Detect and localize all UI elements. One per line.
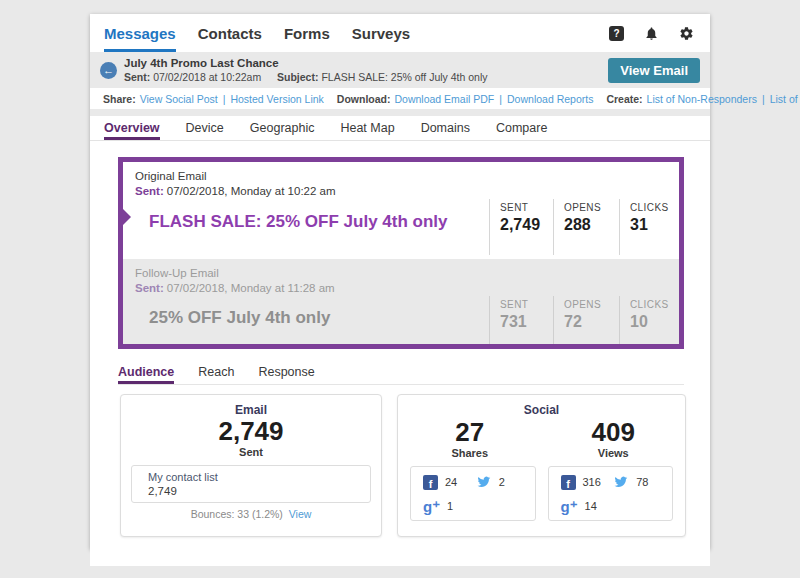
link-download-reports[interactable]: Download Reports xyxy=(507,93,593,105)
email-card-title: Email xyxy=(121,403,381,417)
facebook-icon: f xyxy=(423,475,438,490)
stat-clicks: CLICKS 10 xyxy=(619,296,679,344)
email-sent-count: 2,749 xyxy=(121,417,381,446)
tab-response[interactable]: Response xyxy=(258,361,314,384)
social-shares-stat: 27 Shares xyxy=(398,418,542,459)
app-window: Messages Contacts Forms Surveys ? ← July… xyxy=(90,14,710,549)
nav-icons: ? xyxy=(609,26,694,41)
nav-items: Messages Contacts Forms Surveys xyxy=(104,14,410,52)
settings-gear-icon[interactable] xyxy=(679,26,694,41)
tab-audience[interactable]: Audience xyxy=(118,361,174,384)
google-plus-icon: g⁺ xyxy=(423,499,440,514)
googleplus-shares-count: 1 xyxy=(447,500,453,512)
views-breakdown-box: f 316 78 g⁺ xyxy=(548,466,674,521)
email-stats-card: Email 2,749 Sent My contact list 2,749 B… xyxy=(120,394,382,537)
nav-contacts[interactable]: Contacts xyxy=(198,14,262,52)
shares-label: Shares xyxy=(398,447,542,459)
follow-up-email-sent: Sent:07/02/2018, Monday at 11:28 am xyxy=(135,282,679,294)
subject-value: FLASH SALE: 25% off July 4th only xyxy=(321,71,487,83)
campaign-header-bar: ← July 4th Promo Last Chance Sent: 07/02… xyxy=(90,52,710,88)
tab-overview[interactable]: Overview xyxy=(104,116,160,140)
stat-sent: SENT 731 xyxy=(489,296,553,344)
social-card-title: Social xyxy=(398,403,685,417)
share-label: Share: xyxy=(103,93,136,105)
view-email-button[interactable]: View Email xyxy=(608,58,700,83)
facebook-views-count: 316 xyxy=(583,476,601,488)
share-bar: Share: View Social Post | Hosted Version… xyxy=(90,88,710,109)
social-stats-card: Social 27 Shares 409 Views xyxy=(397,394,686,537)
tab-heat-map[interactable]: Heat Map xyxy=(340,116,394,140)
page-background: Messages Contacts Forms Surveys ? ← July… xyxy=(0,0,800,578)
campaign-info: July 4th Promo Last Chance Sent: 07/02/2… xyxy=(124,56,608,84)
contact-list-name: My contact list xyxy=(148,471,354,483)
overview-content: Original Email Sent:07/02/2018, Monday a… xyxy=(90,157,710,566)
link-list-responders[interactable]: List of Responders xyxy=(770,93,800,105)
top-nav: Messages Contacts Forms Surveys ? xyxy=(90,14,710,52)
contact-list-box: My contact list 2,749 xyxy=(131,465,371,503)
sent-label: Sent: xyxy=(124,71,150,83)
stat-sent: SENT 2,749 xyxy=(489,199,553,255)
bounces-value: 33 (1.2%) xyxy=(237,508,283,520)
shares-breakdown-box: f 24 2 g⁺ 1 xyxy=(410,466,536,521)
campaign-meta: Sent: 07/02/2018 at 10:22am Subject: FLA… xyxy=(124,71,608,84)
views-count: 409 xyxy=(542,418,686,447)
views-label: Views xyxy=(542,447,686,459)
tab-device[interactable]: Device xyxy=(186,116,224,140)
contact-list-count: 2,749 xyxy=(148,485,354,497)
back-arrow-icon[interactable]: ← xyxy=(100,62,117,79)
link-view-social-post[interactable]: View Social Post xyxy=(140,93,218,105)
detail-tabs: Audience Reach Response xyxy=(118,361,684,385)
panel-pointer-icon xyxy=(123,209,131,225)
tab-geographic[interactable]: Geographic xyxy=(250,116,315,140)
google-plus-icon: g⁺ xyxy=(561,499,578,514)
tab-domains[interactable]: Domains xyxy=(421,116,470,140)
follow-up-email-section: Follow-Up Email Sent:07/02/2018, Monday … xyxy=(123,259,679,344)
notifications-bell-icon[interactable] xyxy=(644,26,659,41)
link-download-email-pdf[interactable]: Download Email PDF xyxy=(395,93,495,105)
original-email-stats: SENT 2,749 OPENS 288 CLICKS 31 xyxy=(489,199,679,255)
campaign-title: July 4th Promo Last Chance xyxy=(124,56,608,70)
shares-count: 27 xyxy=(398,418,542,447)
nav-messages[interactable]: Messages xyxy=(104,14,176,52)
tab-compare[interactable]: Compare xyxy=(496,116,547,140)
stat-opens: OPENS 72 xyxy=(553,296,619,344)
nav-surveys[interactable]: Surveys xyxy=(352,14,410,52)
nav-forms[interactable]: Forms xyxy=(284,14,330,52)
googleplus-views-count: 14 xyxy=(585,500,597,512)
report-tabs: Overview Device Geographic Heat Map Doma… xyxy=(90,116,710,141)
subject-label: Subject: xyxy=(277,71,318,83)
tab-reach[interactable]: Reach xyxy=(198,361,234,384)
help-icon[interactable]: ? xyxy=(609,26,624,41)
follow-up-email-heading: Follow-Up Email xyxy=(135,267,679,279)
facebook-icon: f xyxy=(561,475,576,490)
follow-up-email-subject: 25% OFF July 4th only xyxy=(149,308,330,332)
bounces-view-link[interactable]: View xyxy=(289,508,312,520)
bounces-label: Bounces: xyxy=(191,508,235,520)
social-views-stat: 409 Views xyxy=(542,418,686,459)
link-list-non-responders[interactable]: List of Non-Responders xyxy=(647,93,757,105)
bounces-row: Bounces: 33 (1.2%) View xyxy=(121,508,381,520)
download-label: Download: xyxy=(337,93,391,105)
stat-opens: OPENS 288 xyxy=(553,199,619,255)
email-sent-label: Sent xyxy=(121,446,381,458)
divider-strip xyxy=(90,109,710,116)
email-comparison-panel: Original Email Sent:07/02/2018, Monday a… xyxy=(118,157,684,349)
sent-value: 07/02/2018 at 10:22am xyxy=(153,71,261,83)
original-email-subject: FLASH SALE: 25% OFF July 4th only xyxy=(149,212,447,242)
facebook-shares-count: 24 xyxy=(445,476,457,488)
twitter-icon xyxy=(612,475,629,489)
create-label: Create: xyxy=(606,93,642,105)
twitter-shares-count: 2 xyxy=(499,476,505,488)
twitter-views-count: 78 xyxy=(636,476,648,488)
original-email-section: Original Email Sent:07/02/2018, Monday a… xyxy=(123,162,679,259)
audience-cards: Email 2,749 Sent My contact list 2,749 B… xyxy=(120,394,686,537)
original-email-heading: Original Email xyxy=(135,170,679,182)
twitter-icon xyxy=(475,475,492,489)
follow-up-email-stats: SENT 731 OPENS 72 CLICKS 10 xyxy=(489,296,679,344)
link-hosted-version[interactable]: Hosted Version Link xyxy=(230,93,323,105)
stat-clicks: CLICKS 31 xyxy=(619,199,679,255)
original-email-sent: Sent:07/02/2018, Monday at 10:22 am xyxy=(135,185,679,197)
